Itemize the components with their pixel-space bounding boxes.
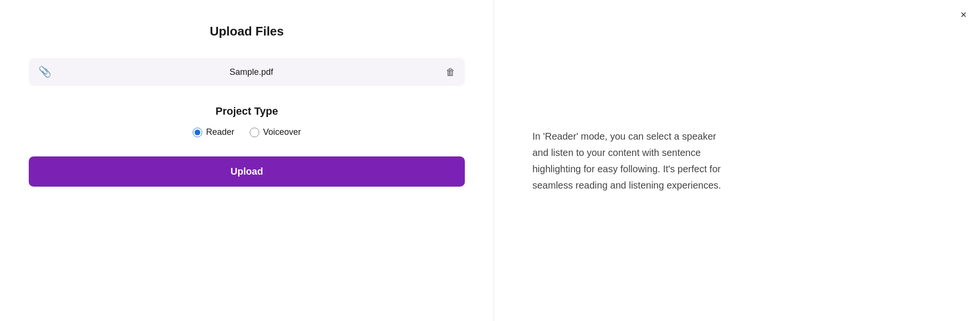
paperclip-icon: 📎 (38, 66, 51, 78)
radio-group: Reader Voiceover (193, 127, 301, 137)
reader-radio-input[interactable] (193, 128, 202, 137)
close-button[interactable]: × (960, 10, 967, 20)
right-panel: × In 'Reader' mode, you can select a spe… (494, 0, 980, 321)
voiceover-radio-input[interactable] (250, 128, 259, 137)
left-panel: Upload Files 📎 Sample.pdf 🗑 Project Type… (0, 0, 494, 321)
file-input-row: 📎 Sample.pdf 🗑 (29, 58, 465, 86)
upload-title: Upload Files (210, 24, 284, 39)
delete-file-button[interactable]: 🗑 (446, 67, 455, 78)
reader-label: Reader (206, 127, 234, 137)
voiceover-label: Voiceover (263, 127, 301, 137)
file-name: Sample.pdf (57, 67, 446, 77)
upload-button[interactable]: Upload (29, 156, 465, 187)
project-type-section: Project Type Reader Voiceover (19, 105, 474, 137)
reader-radio-label[interactable]: Reader (193, 127, 234, 137)
project-type-title: Project Type (216, 105, 278, 118)
voiceover-radio-label[interactable]: Voiceover (250, 127, 301, 137)
description-text: In 'Reader' mode, you can select a speak… (532, 128, 734, 193)
